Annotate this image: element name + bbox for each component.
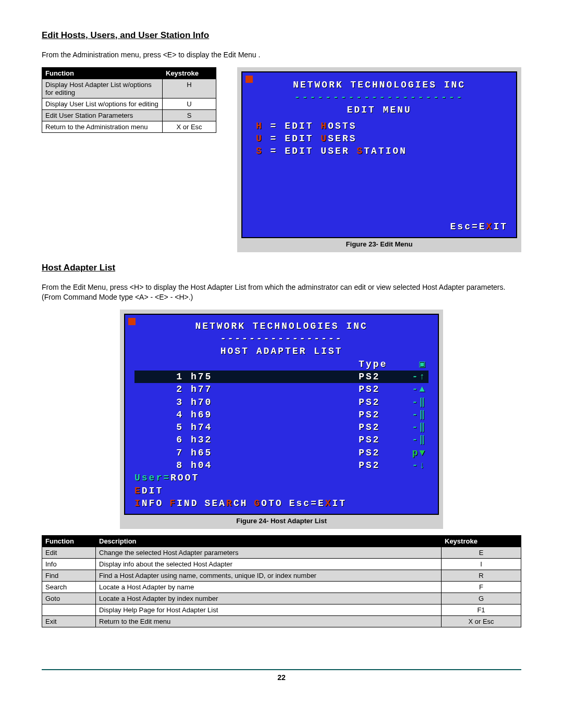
column-type-header: Type ▣ [134,358,429,371]
cell-keystroke: I [442,559,521,570]
command: SEARCH [204,497,248,510]
command: INFO [134,497,163,510]
cursor-marker-icon [128,318,136,325]
table-row: Search Locate a Host Adapter by name F [42,582,521,593]
th-description: Description [96,536,442,547]
table-row: Display User List w/options for editing … [42,98,216,109]
table-row: Display Help Page for Host Adapter List … [42,604,521,616]
document-page: Edit Hosts, Users, and User Station Info… [0,0,563,697]
cell-function: Search [42,582,96,593]
host-row: 8h04PS2-↓ [134,459,429,472]
th-function: Function [42,536,96,547]
menu-line: S = EDIT USER STATION [256,145,508,157]
th-keystroke: Keystroke [442,536,521,547]
intro-edit-hosts: From the Administration menu, press <E> … [42,50,521,60]
cell-function: Info [42,559,96,570]
separator-line: ----------------- [134,332,429,345]
cell-function [42,604,96,616]
cell-description: Locate a Host Adapter by name [96,582,442,593]
command: FIND [169,497,198,510]
intro-host-adapter-list: From the Edit Menu, press <H> to display… [42,282,521,302]
edit-menu-screen: NETWORK TECHNOLOGIES INC ---------------… [241,71,517,238]
table-row: Info Display info about the selected Hos… [42,559,521,570]
command: Esc=EXIT [289,497,346,510]
cell-function: Edit [42,547,96,559]
host-row: 1h75PS2-↑ [134,371,429,383]
command: GOTO [254,497,283,510]
cell-function: Display User List w/options for editing [42,98,163,109]
user-line: User=ROOT [134,472,429,484]
table-row: Edit Change the selected Host Adapter pa… [42,547,521,559]
cell-keystroke: S [163,109,216,121]
screen-subtitle: EDIT MENU [251,104,508,116]
screen-subtitle: HOST ADAPTER LIST [134,345,429,357]
th-function: Function [42,67,163,79]
cell-description: Find a Host Adapter using name, comments… [96,570,442,582]
table-row: Return to the Administration menu X or E… [42,121,216,132]
heading-host-adapter-list: Host Adapter List [42,263,521,273]
host-row: 7h65PS2p▼ [134,447,429,459]
command-line-1: EDIT [134,485,429,497]
cell-keystroke: U [163,98,216,109]
cell-keystroke: F [442,582,521,593]
cursor-marker-icon [246,76,253,83]
table-row: Find Find a Host Adapter using name, com… [42,570,521,582]
menu-line: U = EDIT USERS [256,132,508,145]
table-row: Goto Locate a Host Adapter by index numb… [42,593,521,604]
heading-edit-hosts: Edit Hosts, Users, and User Station Info [42,30,521,41]
cell-keystroke: F1 [442,604,521,616]
table-row: Exit Return to the Edit menu X or Esc [42,616,521,627]
cell-keystroke: G [442,593,521,604]
cell-function: Edit User Station Parameters [42,109,163,121]
figure-24-wrap: NETWORK TECHNOLOGIES INC ---------------… [120,310,443,529]
cell-description: Return to the Edit menu [96,616,442,627]
th-keystroke: Keystroke [163,67,216,79]
host-row: 2h77PS2-▲ [134,383,429,396]
screen-title: NETWORK TECHNOLOGIES INC [134,320,429,332]
screen-title: NETWORK TECHNOLOGIES INC [251,79,508,91]
cell-keystroke: X or Esc [163,121,216,132]
cell-function: Return to the Administration menu [42,121,163,132]
cell-description: Change the selected Host Adapter paramet… [96,547,442,559]
menu-line: H = EDIT HOSTS [256,120,508,132]
command-line-2: INFO FIND SEARCH GOTO Esc=EXIT [134,497,429,510]
cell-description: Display Help Page for Host Adapter List [96,604,442,616]
table-edit-menu-keystrokes: Function Keystroke Display Host Adapter … [42,67,216,133]
cell-keystroke: X or Esc [442,616,521,627]
page-number: 22 [42,669,521,682]
figure-23-wrap: NETWORK TECHNOLOGIES INC ---------------… [237,67,521,252]
cell-description: Display info about the selected Host Ada… [96,559,442,570]
table-host-adapter-keystrokes: Function Description Keystroke Edit Chan… [42,535,521,627]
cell-description: Locate a Host Adapter by index number [96,593,442,604]
cell-function: Goto [42,593,96,604]
host-adapter-screen: NETWORK TECHNOLOGIES INC ---------------… [124,314,439,515]
host-row: 5h74PS2-‖ [134,421,429,434]
figure-24-caption: Figure 24- Host Adapter List [124,517,439,525]
figure-23-caption: Figure 23- Edit Menu [241,240,517,248]
command: EDIT [134,485,163,497]
cell-function: Exit [42,616,96,627]
host-row: 4h69PS2-‖ [134,409,429,421]
cell-keystroke: E [442,547,521,559]
table-row: Display Host Adapter List w/options for … [42,79,216,98]
host-row: 6h32PS2-‖ [134,434,429,446]
separator-line: ---------------------- [251,91,508,104]
screen-footer: Esc=EXIT [251,220,508,233]
table-row: Edit User Station Parameters S [42,109,216,121]
cell-keystroke: H [163,79,216,98]
cell-function: Find [42,570,96,582]
host-row: 3h70PS2-‖ [134,396,429,409]
cell-keystroke: R [442,570,521,582]
cell-function: Display Host Adapter List w/options for … [42,79,163,98]
